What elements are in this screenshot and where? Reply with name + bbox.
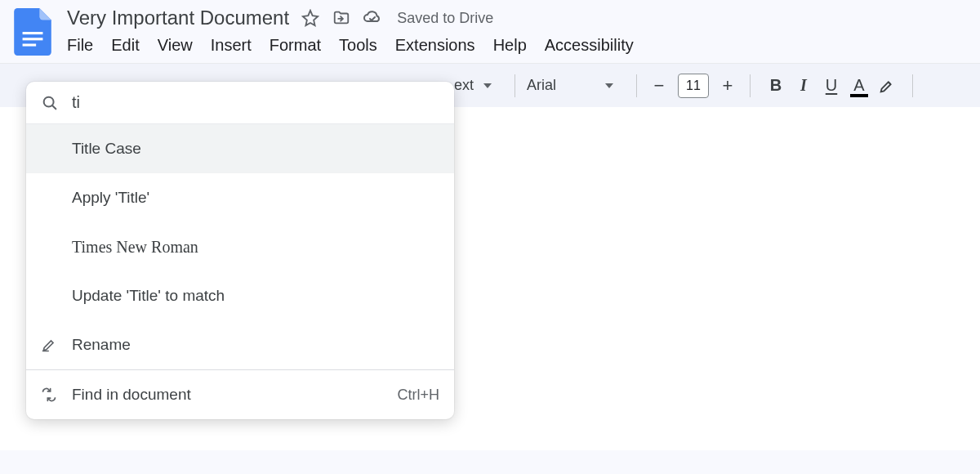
decrease-font-size-button[interactable]: − <box>648 75 670 96</box>
menu-insert[interactable]: Insert <box>211 36 252 55</box>
highlight-color-button[interactable] <box>873 72 901 100</box>
rename-icon <box>41 337 72 353</box>
search-icon <box>41 94 59 112</box>
styles-dropdown-fragment[interactable]: ext <box>454 77 474 94</box>
result-label: Times New Roman <box>72 238 439 257</box>
document-title[interactable]: Very Important Document <box>67 7 289 29</box>
cloud-saved-icon[interactable] <box>363 8 382 28</box>
find-in-document-item[interactable]: Find in document Ctrl+H <box>26 370 454 419</box>
toolbar-divider <box>636 74 637 97</box>
svg-line-4 <box>52 105 56 108</box>
menu-format[interactable]: Format <box>270 36 321 55</box>
font-size-input[interactable]: 11 <box>678 74 709 98</box>
saved-status: Saved to Drive <box>397 10 493 27</box>
font-family-dropdown[interactable]: Arial <box>527 77 600 94</box>
menu-extensions[interactable]: Extensions <box>395 36 475 55</box>
menu-file[interactable]: File <box>67 36 93 55</box>
find-replace-icon <box>41 387 72 403</box>
underline-button[interactable]: U <box>817 72 845 100</box>
result-label: Apply 'Title' <box>72 189 439 207</box>
search-result-item[interactable]: Apply 'Title' <box>26 173 454 222</box>
result-label: Update 'Title' to match <box>72 287 439 305</box>
menu-edit[interactable]: Edit <box>111 36 139 55</box>
help-search-panel: Title CaseApply 'Title'Times New RomanUp… <box>26 82 454 419</box>
result-label: Title Case <box>72 140 439 158</box>
find-label: Find in document <box>72 386 397 404</box>
toolbar-divider <box>912 74 913 97</box>
docs-app-icon[interactable] <box>13 8 52 56</box>
result-label: Rename <box>72 336 439 354</box>
search-result-item[interactable]: Title Case <box>26 124 454 173</box>
menu-view[interactable]: View <box>158 36 193 55</box>
menu-help[interactable]: Help <box>493 36 527 55</box>
italic-button[interactable]: I <box>790 72 817 100</box>
menu-bar: FileEditViewInsertFormatToolsExtensionsH… <box>67 36 967 63</box>
star-icon[interactable] <box>301 8 320 28</box>
svg-rect-2 <box>23 44 37 47</box>
text-color-button[interactable]: A <box>845 72 873 100</box>
bold-button[interactable]: B <box>762 72 790 100</box>
toolbar-divider <box>514 74 515 97</box>
svg-rect-0 <box>23 32 43 34</box>
move-icon[interactable] <box>332 8 351 28</box>
toolbar-divider <box>750 74 751 97</box>
increase-font-size-button[interactable]: + <box>717 75 738 96</box>
menu-tools[interactable]: Tools <box>339 36 377 55</box>
find-shortcut: Ctrl+H <box>397 387 439 404</box>
search-result-item[interactable]: Times New Roman <box>26 222 454 271</box>
svg-rect-1 <box>23 38 43 40</box>
chevron-down-icon[interactable] <box>605 83 613 88</box>
search-result-item[interactable]: Update 'Title' to match <box>26 271 454 320</box>
search-result-item[interactable]: Rename <box>26 320 454 369</box>
help-search-input[interactable] <box>72 93 439 112</box>
menu-accessibility[interactable]: Accessibility <box>545 36 634 55</box>
chevron-down-icon[interactable] <box>483 83 492 88</box>
